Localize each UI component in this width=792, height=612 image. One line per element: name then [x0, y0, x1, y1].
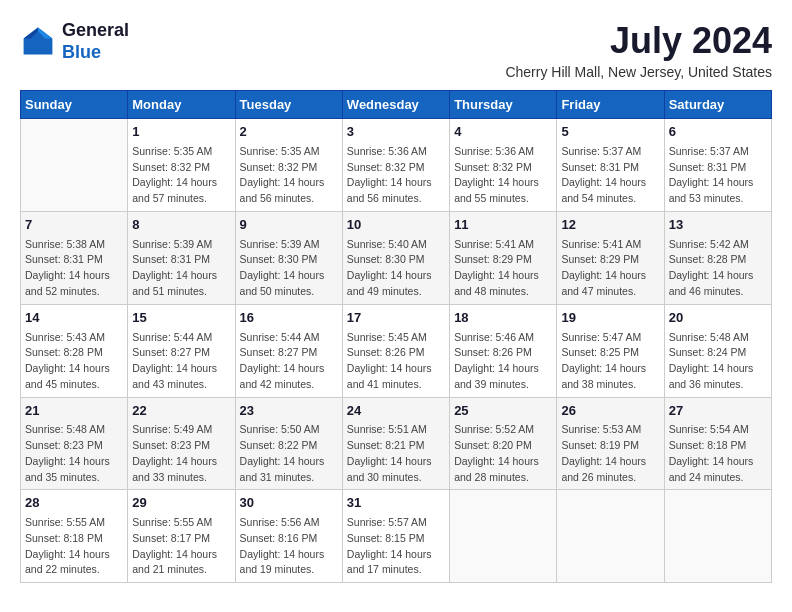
calendar-cell: 11Sunrise: 5:41 AM Sunset: 8:29 PM Dayli…: [450, 211, 557, 304]
day-number: 27: [669, 402, 767, 421]
location: Cherry Hill Mall, New Jersey, United Sta…: [505, 64, 772, 80]
calendar-cell: 17Sunrise: 5:45 AM Sunset: 8:26 PM Dayli…: [342, 304, 449, 397]
day-info: Sunrise: 5:35 AM Sunset: 8:32 PM Dayligh…: [132, 144, 230, 207]
day-number: 28: [25, 494, 123, 513]
day-number: 14: [25, 309, 123, 328]
day-number: 30: [240, 494, 338, 513]
calendar-cell: 5Sunrise: 5:37 AM Sunset: 8:31 PM Daylig…: [557, 119, 664, 212]
week-row-4: 21Sunrise: 5:48 AM Sunset: 8:23 PM Dayli…: [21, 397, 772, 490]
day-number: 24: [347, 402, 445, 421]
day-info: Sunrise: 5:46 AM Sunset: 8:26 PM Dayligh…: [454, 330, 552, 393]
calendar-cell: 25Sunrise: 5:52 AM Sunset: 8:20 PM Dayli…: [450, 397, 557, 490]
day-number: 1: [132, 123, 230, 142]
day-info: Sunrise: 5:38 AM Sunset: 8:31 PM Dayligh…: [25, 237, 123, 300]
day-info: Sunrise: 5:41 AM Sunset: 8:29 PM Dayligh…: [454, 237, 552, 300]
day-header-saturday: Saturday: [664, 91, 771, 119]
calendar-cell: 13Sunrise: 5:42 AM Sunset: 8:28 PM Dayli…: [664, 211, 771, 304]
calendar-table: SundayMondayTuesdayWednesdayThursdayFrid…: [20, 90, 772, 583]
day-number: 2: [240, 123, 338, 142]
day-number: 15: [132, 309, 230, 328]
day-number: 6: [669, 123, 767, 142]
day-info: Sunrise: 5:40 AM Sunset: 8:30 PM Dayligh…: [347, 237, 445, 300]
day-header-monday: Monday: [128, 91, 235, 119]
day-number: 5: [561, 123, 659, 142]
day-header-wednesday: Wednesday: [342, 91, 449, 119]
day-number: 25: [454, 402, 552, 421]
page-header: General Blue July 2024 Cherry Hill Mall,…: [20, 20, 772, 80]
day-info: Sunrise: 5:51 AM Sunset: 8:21 PM Dayligh…: [347, 422, 445, 485]
day-number: 20: [669, 309, 767, 328]
day-info: Sunrise: 5:35 AM Sunset: 8:32 PM Dayligh…: [240, 144, 338, 207]
day-info: Sunrise: 5:50 AM Sunset: 8:22 PM Dayligh…: [240, 422, 338, 485]
calendar-cell: 24Sunrise: 5:51 AM Sunset: 8:21 PM Dayli…: [342, 397, 449, 490]
week-row-5: 28Sunrise: 5:55 AM Sunset: 8:18 PM Dayli…: [21, 490, 772, 583]
day-header-tuesday: Tuesday: [235, 91, 342, 119]
calendar-cell: 7Sunrise: 5:38 AM Sunset: 8:31 PM Daylig…: [21, 211, 128, 304]
calendar-cell: 8Sunrise: 5:39 AM Sunset: 8:31 PM Daylig…: [128, 211, 235, 304]
calendar-cell: [21, 119, 128, 212]
calendar-cell: 1Sunrise: 5:35 AM Sunset: 8:32 PM Daylig…: [128, 119, 235, 212]
day-number: 4: [454, 123, 552, 142]
day-info: Sunrise: 5:43 AM Sunset: 8:28 PM Dayligh…: [25, 330, 123, 393]
day-number: 23: [240, 402, 338, 421]
calendar-cell: [450, 490, 557, 583]
day-info: Sunrise: 5:39 AM Sunset: 8:31 PM Dayligh…: [132, 237, 230, 300]
calendar-cell: 15Sunrise: 5:44 AM Sunset: 8:27 PM Dayli…: [128, 304, 235, 397]
calendar-cell: 21Sunrise: 5:48 AM Sunset: 8:23 PM Dayli…: [21, 397, 128, 490]
calendar-cell: 28Sunrise: 5:55 AM Sunset: 8:18 PM Dayli…: [21, 490, 128, 583]
calendar-cell: 2Sunrise: 5:35 AM Sunset: 8:32 PM Daylig…: [235, 119, 342, 212]
day-info: Sunrise: 5:55 AM Sunset: 8:17 PM Dayligh…: [132, 515, 230, 578]
day-info: Sunrise: 5:49 AM Sunset: 8:23 PM Dayligh…: [132, 422, 230, 485]
day-info: Sunrise: 5:41 AM Sunset: 8:29 PM Dayligh…: [561, 237, 659, 300]
calendar-cell: 4Sunrise: 5:36 AM Sunset: 8:32 PM Daylig…: [450, 119, 557, 212]
day-info: Sunrise: 5:53 AM Sunset: 8:19 PM Dayligh…: [561, 422, 659, 485]
day-info: Sunrise: 5:45 AM Sunset: 8:26 PM Dayligh…: [347, 330, 445, 393]
calendar-cell: [557, 490, 664, 583]
calendar-cell: 6Sunrise: 5:37 AM Sunset: 8:31 PM Daylig…: [664, 119, 771, 212]
calendar-cell: 16Sunrise: 5:44 AM Sunset: 8:27 PM Dayli…: [235, 304, 342, 397]
day-number: 22: [132, 402, 230, 421]
logo-text: General Blue: [62, 20, 129, 63]
calendar-cell: 12Sunrise: 5:41 AM Sunset: 8:29 PM Dayli…: [557, 211, 664, 304]
day-number: 3: [347, 123, 445, 142]
day-info: Sunrise: 5:39 AM Sunset: 8:30 PM Dayligh…: [240, 237, 338, 300]
day-number: 31: [347, 494, 445, 513]
calendar-cell: 19Sunrise: 5:47 AM Sunset: 8:25 PM Dayli…: [557, 304, 664, 397]
calendar-cell: 18Sunrise: 5:46 AM Sunset: 8:26 PM Dayli…: [450, 304, 557, 397]
month-title: July 2024: [505, 20, 772, 62]
calendar-cell: 20Sunrise: 5:48 AM Sunset: 8:24 PM Dayli…: [664, 304, 771, 397]
day-number: 9: [240, 216, 338, 235]
calendar-cell: 14Sunrise: 5:43 AM Sunset: 8:28 PM Dayli…: [21, 304, 128, 397]
title-area: July 2024 Cherry Hill Mall, New Jersey, …: [505, 20, 772, 80]
day-info: Sunrise: 5:57 AM Sunset: 8:15 PM Dayligh…: [347, 515, 445, 578]
day-header-thursday: Thursday: [450, 91, 557, 119]
day-info: Sunrise: 5:48 AM Sunset: 8:24 PM Dayligh…: [669, 330, 767, 393]
day-number: 11: [454, 216, 552, 235]
day-number: 21: [25, 402, 123, 421]
calendar-body: 1Sunrise: 5:35 AM Sunset: 8:32 PM Daylig…: [21, 119, 772, 583]
day-info: Sunrise: 5:48 AM Sunset: 8:23 PM Dayligh…: [25, 422, 123, 485]
day-info: Sunrise: 5:47 AM Sunset: 8:25 PM Dayligh…: [561, 330, 659, 393]
day-info: Sunrise: 5:56 AM Sunset: 8:16 PM Dayligh…: [240, 515, 338, 578]
day-number: 19: [561, 309, 659, 328]
day-info: Sunrise: 5:37 AM Sunset: 8:31 PM Dayligh…: [561, 144, 659, 207]
calendar-cell: 10Sunrise: 5:40 AM Sunset: 8:30 PM Dayli…: [342, 211, 449, 304]
week-row-1: 1Sunrise: 5:35 AM Sunset: 8:32 PM Daylig…: [21, 119, 772, 212]
day-info: Sunrise: 5:42 AM Sunset: 8:28 PM Dayligh…: [669, 237, 767, 300]
day-number: 26: [561, 402, 659, 421]
day-number: 7: [25, 216, 123, 235]
calendar-cell: 31Sunrise: 5:57 AM Sunset: 8:15 PM Dayli…: [342, 490, 449, 583]
calendar-cell: 30Sunrise: 5:56 AM Sunset: 8:16 PM Dayli…: [235, 490, 342, 583]
day-number: 13: [669, 216, 767, 235]
calendar-cell: 22Sunrise: 5:49 AM Sunset: 8:23 PM Dayli…: [128, 397, 235, 490]
svg-marker-0: [24, 27, 53, 54]
day-info: Sunrise: 5:44 AM Sunset: 8:27 PM Dayligh…: [132, 330, 230, 393]
day-info: Sunrise: 5:36 AM Sunset: 8:32 PM Dayligh…: [454, 144, 552, 207]
day-number: 8: [132, 216, 230, 235]
day-info: Sunrise: 5:37 AM Sunset: 8:31 PM Dayligh…: [669, 144, 767, 207]
calendar-cell: 3Sunrise: 5:36 AM Sunset: 8:32 PM Daylig…: [342, 119, 449, 212]
calendar-cell: [664, 490, 771, 583]
day-number: 12: [561, 216, 659, 235]
day-info: Sunrise: 5:44 AM Sunset: 8:27 PM Dayligh…: [240, 330, 338, 393]
day-header-sunday: Sunday: [21, 91, 128, 119]
